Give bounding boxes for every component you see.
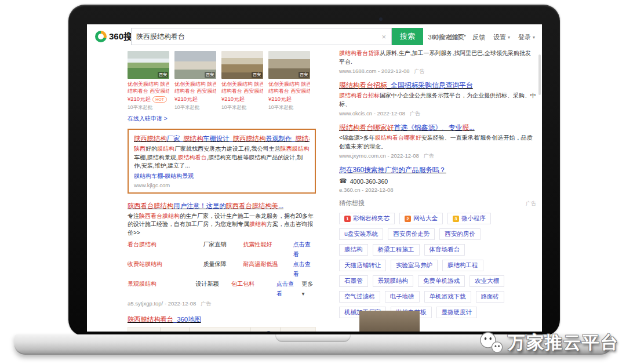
related-search-tag[interactable]: 空气过滤棉	[339, 291, 380, 303]
product-card[interactable]: 西安 优创美膜结构 陕西膜 结构看台 西安膜结... ¥210元起 10平米起批	[221, 51, 263, 111]
sitelink-view-link[interactable]: 点击查看	[293, 239, 316, 259]
related-search-tag[interactable]: 1彩钢岩棉夹芯	[339, 213, 395, 224]
title-segment: _全国招标采购信息查询平台	[387, 81, 473, 89]
clear-icon[interactable]: ×	[376, 32, 391, 41]
result-title-link[interactable]: 陕西看台膜结构用户注意！这里的陕西看台膜结构美...	[128, 201, 316, 210]
title-segment: 膜结构看台招标	[339, 81, 387, 89]
top-menu-item[interactable]: 设置 ▾	[493, 33, 510, 42]
top-menu-item[interactable]: 反馈	[472, 33, 485, 42]
top-menu-item[interactable]: 360搜索首页	[428, 33, 464, 42]
chevron-down-icon: ▾	[533, 35, 535, 40]
partial-result-image	[359, 311, 420, 332]
search-input[interactable]	[132, 32, 376, 41]
map-street	[280, 327, 281, 332]
related-search-tag[interactable]: 显微硬度计	[436, 307, 478, 318]
result-title-link[interactable]: 膜结构看台哪家好首选《锦鑫源》、专业膜...	[339, 123, 536, 132]
results-right-column: 膜结构看台货源从原料,生产,加工一系列服务,找阿里巴巴,全球领先采购批发平台. …	[339, 49, 536, 322]
phone-icon: ☎	[339, 177, 347, 185]
sitelink-keyword[interactable]: 耐高温耐低温	[243, 259, 293, 279]
city-watermark: 西安	[205, 72, 215, 78]
sitelink-keyword[interactable]: 景观膜结构	[128, 279, 196, 299]
related-search-tag[interactable]: 西安的房价	[439, 228, 481, 240]
related-search-tag[interactable]: 实验室马弗炉	[391, 260, 438, 271]
sitelink-keyword[interactable]: 收费站膜结构	[128, 259, 203, 279]
phone-row: ☎ 4000-360-360	[339, 177, 536, 185]
sitelink-view-link[interactable]: 点击查看	[276, 279, 297, 299]
title-segment: 景观制作_	[265, 135, 295, 142]
related-search-tag[interactable]: 景观膜结构	[373, 275, 414, 287]
sitelink-keyword[interactable]: 抗震性能好	[243, 239, 293, 259]
related-search-tag[interactable]: 路面砖	[476, 291, 505, 303]
related-search-tag[interactable]: 电子地磅	[385, 291, 420, 303]
sitelink-view-link[interactable]: 点击查看	[293, 259, 316, 279]
laptop-mockup: 360搜索 × 搜索 时间 全部 ▾ 360搜索首页 反馈	[0, 0, 626, 364]
map-canvas[interactable]: 定三村 陈开小区 1083 杨村 G108 真村 大王街道 汽车客运站 真西村 …	[128, 327, 316, 332]
rank-badge: 2	[405, 216, 411, 222]
related-search-tag[interactable]: 桥梁工程施工	[373, 244, 420, 256]
tag-label: u盘安装系统	[344, 230, 378, 238]
highlighted-result: 陕西膜结构厂家_膜结构车棚设计_陕西膜结构景观制作_膜结构看... 陕西好的膜结…	[128, 129, 316, 194]
tag-label: 免费单机游戏	[423, 277, 460, 285]
more-dropdown[interactable]: 更多 ▾	[301, 279, 316, 299]
product-card[interactable]: 西安 优创美膜结构 陕西膜 结构看台 西安膜结... ¥210元起 HOT 10…	[128, 51, 169, 111]
title-segment: 膜结构看台哪家好	[339, 123, 394, 132]
result-description: 膜结构看台招标国家中小企业公共服务示范平台，为企业提供招标、采购、中标、	[339, 92, 536, 108]
product-image: 西安	[221, 51, 263, 79]
map-result: 陕西膜结构看台_360地图 定三村 陈开小区 1083 杨村	[128, 315, 316, 332]
related-search-tag[interactable]: 膜结构工程	[442, 260, 483, 271]
map-street	[160, 327, 161, 332]
product-caption-line2: 结构看台 西安膜结...	[221, 88, 263, 94]
tag-label: 农业大棚	[475, 277, 499, 285]
product-image: 西安	[128, 51, 169, 79]
ad-label: 广告	[414, 68, 424, 74]
sitelink-keyword[interactable]: 看台膜结构	[128, 239, 203, 259]
product-card[interactable]: 西安 优创美膜结构 陕西膜 结构看台 西安膜结... ¥210元起 10平米起批	[268, 51, 310, 111]
related-search-tag[interactable]: 体育场看台	[424, 244, 465, 256]
city-watermark: 西安	[252, 72, 262, 78]
result-title-link[interactable]: 想在360搜索推广您的产品服务吗？	[339, 165, 536, 174]
related-search-tag[interactable]: 3微小程序	[447, 213, 491, 224]
search-button[interactable]: 搜索	[392, 28, 423, 45]
title-segment: 陕西膜结构	[233, 135, 266, 142]
result-sitelink[interactable]: 膜结构车棚-膜结构景观	[134, 172, 310, 180]
result-description: 膜结构看台货源从原料,生产,加工一系列服务,找阿里巴巴,全球领先采购批发平台.	[339, 49, 536, 66]
related-search-tag[interactable]: 农业大棚	[470, 275, 504, 287]
ad-result: 膜结构看台货源从原料,生产,加工一系列服务,找阿里巴巴,全球领先采购批发平台. …	[339, 49, 536, 75]
result-url-text: www.1688.com - 2022-12-08	[339, 68, 409, 74]
scrollbar[interactable]	[538, 54, 541, 95]
merchant-join-link[interactable]: 在线入驻申请 >	[128, 115, 168, 123]
title-segment: 首选《锦鑫源》、专业	[394, 123, 462, 132]
tag-label: 实验室马弗炉	[396, 261, 432, 270]
result-url-text: www.okcis.cn - 2022-12-08	[339, 110, 405, 117]
title-segment: ...	[469, 123, 474, 132]
map-title-link[interactable]: 陕西膜结构看台_360地图	[128, 315, 316, 324]
related-search-tag[interactable]: 2网站大全	[399, 213, 443, 224]
sitelink-keyword[interactable]: 包工包料	[231, 279, 276, 299]
result-title-link[interactable]: 膜结构看台招标_全国招标采购信息查询平台	[339, 81, 536, 90]
related-search-tag[interactable]: 膜结构	[339, 244, 368, 256]
rank-badge: 1	[344, 216, 351, 222]
result-url-text: a5.sytjxgp.top/ - 2022-12-08	[128, 300, 196, 307]
description-segment: 膜结构看台招标	[339, 92, 380, 99]
result-title-link[interactable]: 陕西膜结构厂家_膜结构车棚设计_陕西膜结构景观制作_膜结构看...	[134, 134, 310, 143]
title-segment: 陕西看台膜结构美	[226, 202, 278, 209]
top-menu-item[interactable]: 登录 ▾	[518, 33, 535, 42]
city-watermark: 西安	[158, 72, 168, 78]
related-search-tag[interactable]: 单机游戏下载	[424, 291, 471, 303]
city-watermark: 西安	[299, 72, 309, 78]
related-search-tag[interactable]: 免费单机游戏	[418, 275, 465, 287]
product-caption-line1: 优创美膜结构 陕西膜	[221, 81, 263, 88]
title-segment: 想在360搜索推广您的产品服务吗？	[339, 166, 446, 174]
tag-label: 微小程序	[461, 214, 486, 223]
related-search-tag[interactable]: 西安房价走势	[388, 228, 435, 240]
related-tag-row: u盘安装系统西安房价走势西安的房价	[339, 228, 536, 240]
tag-label: 天猫店铺转让	[344, 261, 381, 270]
related-search-tag[interactable]: 石墨管	[339, 275, 368, 287]
related-search-tag[interactable]: 天猫店铺转让	[339, 260, 386, 271]
tag-label: 彩钢岩棉夹芯	[353, 214, 390, 223]
sitelink-feature: 质量保障	[203, 259, 243, 279]
related-search-tag[interactable]: u盘安装系统	[339, 228, 383, 240]
product-card[interactable]: 西安 优创美膜结构 陕西膜 结构看台 西安膜结... ¥210元起 10平米起批	[174, 51, 216, 111]
search-box: ×	[131, 28, 392, 45]
product-caption-line1: 优创美膜结构 陕西膜	[128, 81, 169, 88]
